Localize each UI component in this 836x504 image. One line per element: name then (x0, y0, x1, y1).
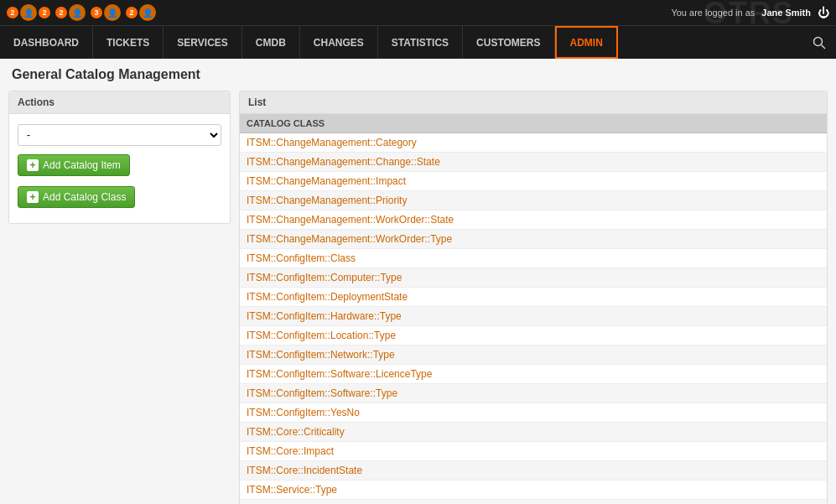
table-row: ITSM::ConfigItem::Computer::Type (240, 268, 827, 288)
nav-customers[interactable]: CUSTOMERS (463, 26, 554, 59)
catalog-class-link[interactable]: ITSM::ChangeManagement::Category (247, 137, 417, 148)
avatar-item-2[interactable]: 2 👤 (55, 4, 86, 21)
table-row: ITSM::Core::IncidentState (240, 461, 827, 481)
avatar-item-3[interactable]: 3 👤 (91, 4, 121, 21)
table-row: ITSM::ConfigItem::DeploymentState (240, 288, 827, 307)
catalog-class-link[interactable]: ITSM::ConfigItem::DeploymentState (247, 291, 408, 303)
avatar-group: 2 👤 2 2 👤 3 👤 2 👤 (7, 4, 156, 21)
sidebar: Actions - + Add Catalog Item (8, 91, 231, 504)
table-row: ITSM::ConfigItem::Network::Type (240, 346, 827, 365)
avatar-badge-1: 2 (7, 7, 18, 18)
table-row: ITSM::ConfigItem::YesNo (240, 403, 827, 423)
catalog-class-dropdown-wrapper: - (18, 124, 221, 146)
add-catalog-item-button[interactable]: + Add Catalog Item (18, 154, 130, 176)
table-row: ITSM::SLA::Type (240, 500, 827, 505)
nav-dashboard[interactable]: DASHBOARD (0, 26, 93, 59)
catalog-class-link[interactable]: ITSM::Service::Type (247, 484, 337, 496)
avatar-item-1[interactable]: 2 👤 2 (7, 4, 50, 21)
catalog-class-link[interactable]: ITSM::ChangeManagement::Impact (247, 175, 406, 187)
table-row: ITSM::ConfigItem::Software::Type (240, 384, 827, 403)
avatar-badge-4: 2 (126, 7, 138, 18)
catalog-class-link[interactable]: ITSM::ConfigItem::Network::Type (247, 349, 395, 361)
page-title: General Catalog Management (8, 67, 828, 82)
catalog-class-select[interactable]: - (18, 124, 221, 146)
logout-button[interactable]: ⏻ (818, 6, 829, 19)
otrs-logo: OTRS (704, 0, 794, 31)
plus-icon-2: + (27, 191, 39, 203)
table-row: ITSM::Core::Impact (240, 442, 827, 461)
table-row: ITSM::ConfigItem::Class (240, 249, 827, 268)
content-wrapper: Actions - + Add Catalog Item (8, 91, 828, 504)
catalog-table: CATALOG CLASS ITSM::ChangeManagement::Ca… (240, 114, 827, 504)
plus-icon-1: + (27, 159, 39, 171)
avatar-item-4[interactable]: 2 👤 (126, 4, 156, 21)
catalog-class-link[interactable]: ITSM::ConfigItem::Class (247, 252, 356, 264)
catalog-class-link[interactable]: ITSM::ChangeManagement::WorkOrder::State (247, 214, 454, 226)
user-icon-2: 👤 (69, 4, 86, 21)
actions-body: - + Add Catalog Item + Add Catalog Class (9, 114, 230, 223)
catalog-class-link[interactable]: ITSM::ChangeManagement::WorkOrder::Type (247, 233, 452, 245)
catalog-class-link[interactable]: ITSM::ConfigItem::YesNo (247, 407, 360, 418)
catalog-class-link[interactable]: ITSM::ConfigItem::Software::Type (247, 387, 397, 399)
add-catalog-class-label: Add Catalog Class (43, 191, 126, 203)
nav-changes[interactable]: CHANGES (300, 26, 378, 59)
table-row: ITSM::ChangeManagement::WorkOrder::Type (240, 230, 827, 249)
table-row: ITSM::ChangeManagement::Category (240, 133, 827, 153)
table-row: ITSM::ChangeManagement::Impact (240, 172, 827, 191)
catalog-class-link[interactable]: ITSM::ChangeManagement::Change::State (247, 156, 440, 168)
table-row: ITSM::ChangeManagement::Change::State (240, 153, 827, 172)
table-row: ITSM::ConfigItem::Software::LicenceType (240, 365, 827, 384)
add-catalog-item-label: Add Catalog Item (43, 159, 121, 171)
table-row: ITSM::ChangeManagement::Priority (240, 191, 827, 210)
catalog-class-link[interactable]: ITSM::ChangeManagement::Priority (247, 195, 407, 206)
nav-admin[interactable]: ADMIN (555, 26, 618, 59)
top-bar: 2 👤 2 2 👤 3 👤 2 👤 You are logged in as J… (0, 0, 836, 25)
catalog-class-link[interactable]: ITSM::Core::Impact (247, 445, 334, 457)
avatar-count-1: 2 (39, 7, 50, 18)
avatar-badge-2: 2 (55, 7, 67, 18)
nav-services[interactable]: SERVICES (164, 26, 241, 59)
nav-cmdb[interactable]: CMDB (242, 26, 300, 59)
catalog-class-link[interactable]: ITSM::Core::Criticality (247, 426, 345, 438)
main-panel: List CATALOG CLASS ITSM::ChangeManagemen… (239, 91, 828, 504)
search-button[interactable] (802, 26, 836, 59)
user-icon-3: 👤 (104, 4, 121, 21)
table-row: ITSM::Core::Criticality (240, 423, 827, 442)
user-icon-4: 👤 (139, 4, 156, 21)
avatar-badge-3: 3 (91, 7, 102, 18)
catalog-class-link[interactable]: ITSM::ConfigItem::Location::Type (247, 330, 396, 341)
svg-point-0 (814, 37, 823, 45)
table-row: ITSM::ConfigItem::Location::Type (240, 326, 827, 346)
catalog-class-link[interactable]: ITSM::ConfigItem::Software::LicenceType (247, 368, 432, 380)
actions-panel: Actions - + Add Catalog Item (8, 91, 231, 224)
page-content: General Catalog Management Actions - + A… (0, 59, 836, 504)
search-icon (813, 36, 826, 49)
svg-line-1 (822, 44, 826, 49)
table-row: ITSM::Service::Type (240, 481, 827, 500)
catalog-class-link[interactable]: ITSM::Core::IncidentState (247, 465, 362, 476)
actions-header: Actions (9, 91, 230, 114)
nav-statistics[interactable]: STATISTICS (378, 26, 463, 59)
nav-tickets[interactable]: TICKETS (93, 26, 164, 59)
add-catalog-class-button[interactable]: + Add Catalog Class (18, 186, 135, 208)
table-row: ITSM::ChangeManagement::WorkOrder::State (240, 210, 827, 230)
catalog-class-link[interactable]: ITSM::ConfigItem::Computer::Type (247, 272, 402, 283)
top-bar-left: 2 👤 2 2 👤 3 👤 2 👤 (7, 4, 156, 21)
catalog-class-column-header: CATALOG CLASS (240, 114, 827, 133)
list-header: List (240, 91, 827, 114)
table-row: ITSM::ConfigItem::Hardware::Type (240, 307, 827, 326)
catalog-class-link[interactable]: ITSM::ConfigItem::Hardware::Type (247, 310, 402, 322)
user-icon-1: 👤 (20, 4, 37, 21)
